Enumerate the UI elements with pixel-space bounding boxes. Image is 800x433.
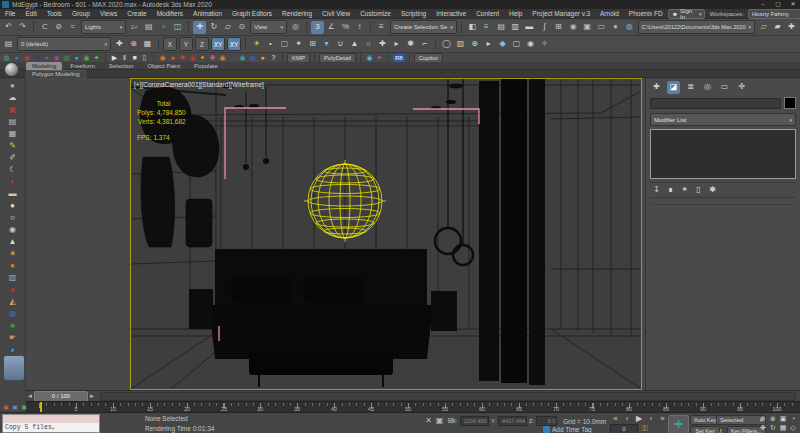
disc-icon[interactable]: ● <box>6 200 20 212</box>
align-icon[interactable]: ≡ <box>480 21 493 34</box>
plugin-green-icon[interactable]: ◍ <box>62 54 71 62</box>
previous-frame-arrow[interactable]: ◄ <box>26 393 34 399</box>
menu-item[interactable]: Customize <box>355 9 396 19</box>
stop-script-icon[interactable]: ■ <box>130 54 139 62</box>
script-sphere-icon[interactable]: ● <box>6 80 20 92</box>
zoom-all-icon[interactable]: ⊛ <box>768 414 778 423</box>
mirror-icon[interactable]: ◧ <box>466 21 479 34</box>
target-icon[interactable]: ⊕ <box>468 38 481 51</box>
rectangular-selection-region-icon[interactable]: ▫ <box>157 21 170 34</box>
previous-frame-icon[interactable]: ‹ <box>622 414 633 423</box>
pan-icon[interactable]: ✥ <box>758 423 768 432</box>
project-folder-icon[interactable]: ▱ <box>757 21 770 34</box>
key-filters-icon[interactable]: ⚷ <box>716 427 725 433</box>
named-selection-sets-icon[interactable]: ≡ <box>375 21 388 34</box>
blue-orb-icon[interactable]: ◍ <box>248 54 257 62</box>
use-pivot-point-center-icon[interactable]: ◎ <box>289 21 302 34</box>
menu-item[interactable]: Graph Editors <box>227 9 277 19</box>
render-setup-icon[interactable]: ▣ <box>581 21 594 34</box>
ribbon-tab[interactable]: Populate <box>188 62 224 70</box>
tool-icon[interactable]: ✐ <box>6 152 20 164</box>
menu-item[interactable]: Group <box>67 9 95 19</box>
menu-item[interactable]: File <box>0 9 20 19</box>
menu-item[interactable]: Phoenix FD <box>624 9 668 19</box>
menu-item[interactable]: Animation <box>188 9 227 19</box>
bone-icon[interactable]: ∪ <box>334 38 347 51</box>
moon-icon[interactable]: ☾ <box>6 164 20 176</box>
select-object-icon[interactable]: ▻ <box>128 21 141 34</box>
polydetail-button[interactable]: PolyDetail <box>319 53 356 63</box>
ribbon-sphere-icon[interactable] <box>5 63 18 76</box>
menu-item[interactable]: Arnold <box>595 9 624 19</box>
curve-editor-icon[interactable]: ∫ <box>538 21 551 34</box>
hand-icon[interactable]: ☛ <box>6 332 20 344</box>
phoenix-icon[interactable]: ✸ <box>178 54 187 62</box>
selection-filter-select[interactable]: Lights <box>81 20 126 34</box>
play-script-icon[interactable]: ▶ <box>110 54 119 62</box>
sini-icon[interactable]: ◉ <box>365 54 374 62</box>
left-toolbar-large-icon[interactable] <box>3 355 25 381</box>
menu-item[interactable]: Scripting <box>396 9 431 19</box>
menu-item[interactable]: Help <box>504 9 527 19</box>
workspace-select[interactable]: Hosny Fahmy <box>748 9 800 19</box>
percent-snap-toggle-icon[interactable]: % <box>339 21 352 34</box>
field-of-view-icon[interactable]: ◔ <box>788 414 798 423</box>
mini-listener-icon[interactable]: ▣ <box>11 403 19 411</box>
orbit-icon[interactable]: ↻ <box>768 423 778 432</box>
trash-icon[interactable]: ▯ <box>140 54 149 62</box>
r8-icon[interactable]: R8 <box>393 54 405 62</box>
scene-explorer-icon[interactable]: ▤ <box>495 21 508 34</box>
pin-stack-icon[interactable]: ↧ <box>651 185 662 195</box>
pulze-icon[interactable]: ✦ <box>375 54 384 62</box>
isolate-selection-icon[interactable]: ✕ <box>424 416 433 425</box>
maxscript-mini-listener[interactable]: Copy 5 files, <box>2 414 100 433</box>
named-selection-set-combo[interactable]: Create Selection Se <box>390 20 457 34</box>
next-frame-arrow[interactable]: ► <box>88 393 96 399</box>
remove-modifier-icon[interactable]: ▯ <box>693 185 704 195</box>
ribbon-tab[interactable]: Object Paint <box>141 62 186 70</box>
current-frame-marker[interactable] <box>40 402 42 412</box>
plugin-cyan-icon[interactable]: ● <box>72 54 81 62</box>
hatch-icon[interactable]: ▨ <box>6 272 20 284</box>
add-time-tag[interactable]: Add Time Tag <box>543 426 592 433</box>
spinner-snap-toggle-icon[interactable]: ↕ <box>353 21 366 34</box>
fire-icon[interactable]: ◉ <box>158 54 167 62</box>
menu-item[interactable]: Content <box>471 9 504 19</box>
red-ball-icon[interactable]: ● <box>6 284 20 296</box>
menu-item[interactable]: Interactive <box>431 9 471 19</box>
menu-item[interactable]: Civil View <box>317 9 355 19</box>
restrict-x-button[interactable]: X <box>163 37 177 51</box>
window-crossing-icon[interactable]: ◫ <box>171 21 184 34</box>
layer-explorer-icon[interactable]: ▥ <box>509 21 522 34</box>
pause-script-icon[interactable]: ‖ <box>120 54 129 62</box>
circle-helper-icon[interactable]: ○ <box>362 38 375 51</box>
make-unique-icon[interactable]: ✶ <box>679 185 690 195</box>
kmp-button[interactable]: KMP <box>287 53 310 63</box>
play-small-icon[interactable]: ▸ <box>482 38 495 51</box>
select-objects-in-layer-icon[interactable]: ▦ <box>141 38 154 51</box>
ribbon-tab[interactable]: Selection <box>103 62 140 70</box>
tree-icon[interactable]: ♣ <box>6 320 20 332</box>
unlink-selection-icon[interactable]: ⊘ <box>52 21 65 34</box>
dot-icon[interactable]: • <box>264 38 277 51</box>
z-coordinate-field[interactable]: 0.0 <box>536 416 557 426</box>
arrow-helper-icon[interactable]: ▸ <box>390 38 403 51</box>
sun-icon[interactable]: ☀ <box>6 248 20 260</box>
menu-item[interactable]: Rendering <box>277 9 317 19</box>
orange-orb-icon[interactable]: ◉ <box>218 54 227 62</box>
select-and-move-icon[interactable]: ✛ <box>193 21 206 34</box>
notes-icon[interactable]: ▤ <box>6 116 20 128</box>
light-bulb-icon[interactable]: ☀ <box>250 38 263 51</box>
camera-viewport[interactable]: [+][CoronaCamera001][Standard][Wireframe… <box>130 78 642 390</box>
plugin-violet-icon[interactable]: ● <box>42 54 51 62</box>
menu-item[interactable]: Edit <box>20 9 41 19</box>
pyramid-icon[interactable]: ◭ <box>6 296 20 308</box>
plugin-magenta-icon[interactable]: ◉ <box>52 54 61 62</box>
menu-item[interactable]: Create <box>122 9 152 19</box>
asset-tracking-icon[interactable]: ▰ <box>771 21 784 34</box>
next-frame-icon[interactable]: › <box>645 414 656 423</box>
red-orb-icon[interactable]: ◉ <box>188 54 197 62</box>
modifier-list-select[interactable]: Modifier List <box>650 113 796 126</box>
bracket-icon[interactable]: ⌐ <box>418 38 431 51</box>
flame-icon[interactable]: ● <box>168 54 177 62</box>
